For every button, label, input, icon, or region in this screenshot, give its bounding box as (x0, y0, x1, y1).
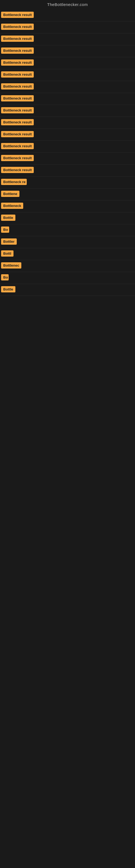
list-item: Bottleneck result (0, 141, 135, 153)
list-item: Bottleneck result (0, 93, 135, 105)
list-item: Bottleneck result (0, 117, 135, 129)
list-item: Bottleneck result (0, 81, 135, 93)
list-item: Bottleneck result (0, 153, 135, 165)
list-item: Bottle (0, 212, 135, 224)
bottleneck-badge[interactable]: Bottl (1, 250, 13, 257)
bottleneck-badge[interactable]: Bottleneck result (1, 35, 34, 42)
list-item: Bottl (0, 248, 135, 260)
bottleneck-badge[interactable]: Bottleneck result (1, 155, 34, 161)
bottleneck-badge[interactable]: Bottleneck result (1, 12, 34, 18)
bottleneck-badge[interactable]: Bo (1, 274, 9, 280)
list-item: Bottlenec (0, 260, 135, 272)
list-item: Bottle (0, 284, 135, 296)
bottleneck-badge[interactable]: Bottleneck result (1, 167, 34, 173)
bottleneck-badge[interactable]: Bottlenec (1, 262, 21, 269)
list-item: Bo (0, 224, 135, 236)
bottleneck-badge[interactable]: Bottleneck (1, 203, 23, 209)
list-item: Bottleneck re (0, 177, 135, 188)
bottleneck-badge[interactable]: Bottler (1, 239, 17, 245)
bottleneck-badge[interactable]: Bottleneck result (1, 24, 34, 30)
list-item: Bottleneck (0, 200, 135, 212)
bottleneck-badge[interactable]: Bottleneck result (1, 48, 34, 54)
page-wrapper: TheBottlenecker.com Bottleneck resultBot… (0, 0, 135, 296)
list-item: Bottleneck result (0, 22, 135, 33)
bottleneck-badge[interactable]: Bottleneck result (1, 143, 34, 149)
list-item: Bottlene (0, 188, 135, 200)
bottleneck-badge[interactable]: Bottleneck result (1, 71, 34, 78)
bottleneck-badge[interactable]: Bottleneck result (1, 83, 34, 90)
list-item: Bottleneck result (0, 57, 135, 69)
badges-container: Bottleneck resultBottleneck resultBottle… (0, 9, 135, 296)
bottleneck-badge[interactable]: Bottleneck result (1, 95, 34, 101)
list-item: Bottleneck result (0, 33, 135, 45)
list-item: Bottleneck result (0, 105, 135, 117)
bottleneck-badge[interactable]: Bottleneck result (1, 107, 34, 113)
bottleneck-badge[interactable]: Bottleneck result (1, 131, 34, 137)
list-item: Bottleneck result (0, 9, 135, 22)
list-item: Bottler (0, 236, 135, 248)
bottleneck-badge[interactable]: Bo (1, 226, 9, 233)
bottleneck-badge[interactable]: Bottleneck result (1, 119, 34, 125)
list-item: Bottleneck result (0, 129, 135, 141)
list-item: Bo (0, 272, 135, 284)
list-item: Bottleneck result (0, 69, 135, 81)
site-title: TheBottlenecker.com (0, 0, 135, 9)
list-item: Bottleneck result (0, 45, 135, 57)
list-item: Bottleneck result (0, 165, 135, 177)
bottleneck-badge[interactable]: Bottleneck result (1, 59, 34, 66)
bottleneck-badge[interactable]: Bottlene (1, 191, 19, 197)
bottleneck-badge[interactable]: Bottleneck re (1, 179, 27, 185)
bottleneck-badge[interactable]: Bottle (1, 215, 15, 221)
bottleneck-badge[interactable]: Bottle (1, 286, 15, 292)
